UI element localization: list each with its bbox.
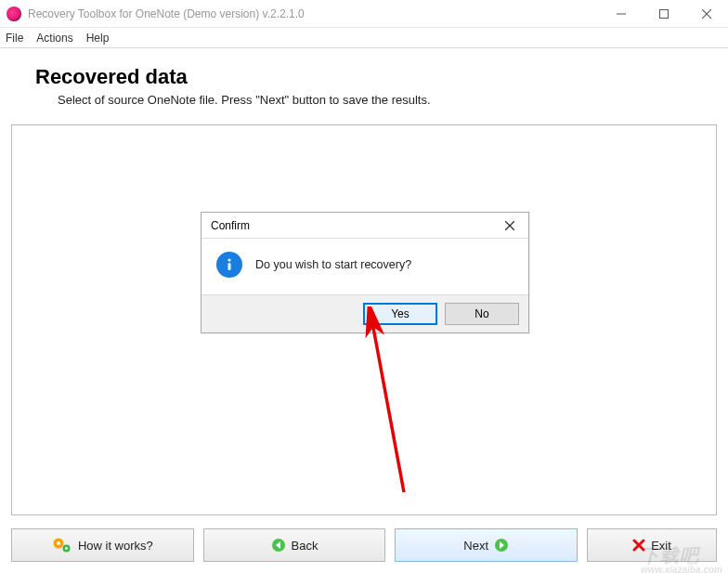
how-it-works-button[interactable]: How it works?: [11, 528, 194, 562]
confirm-dialog: Confirm Do you wish to start recovery? Y…: [201, 212, 529, 333]
next-label: Next: [463, 539, 488, 553]
gears-icon: [52, 537, 72, 553]
footer-buttons: How it works? Back Next Exit: [11, 528, 717, 562]
watermark: 下载吧 www.xiazaiba.com: [641, 543, 722, 573]
svg-point-7: [65, 547, 68, 550]
no-label: No: [474, 307, 488, 320]
menubar: File Actions Help: [0, 28, 728, 48]
how-it-works-label: How it works?: [78, 539, 153, 553]
next-arrow-icon: [494, 538, 509, 553]
window-title: Recovery Toolbox for OneNote (Demo versi…: [28, 7, 600, 20]
yes-label: Yes: [391, 307, 410, 320]
no-button[interactable]: No: [445, 303, 519, 325]
close-window-button[interactable]: [685, 0, 728, 28]
next-button[interactable]: Next: [395, 528, 578, 562]
close-icon: [505, 221, 514, 230]
svg-rect-15: [228, 263, 231, 270]
menu-file[interactable]: File: [6, 32, 23, 45]
minimize-icon: [617, 9, 626, 19]
svg-point-14: [228, 258, 230, 261]
close-icon: [702, 9, 711, 19]
maximize-button[interactable]: [643, 0, 685, 28]
svg-rect-1: [660, 9, 669, 18]
svg-point-5: [57, 541, 60, 545]
back-label: Back: [292, 539, 318, 553]
dialog-message: Do you wish to start recovery?: [255, 258, 411, 271]
yes-button[interactable]: Yes: [363, 303, 437, 325]
menu-actions[interactable]: Actions: [36, 32, 72, 45]
dialog-titlebar: Confirm: [202, 213, 528, 239]
page-header: Recovered data Select of source OneNote …: [0, 48, 728, 116]
page-title: Recovered data: [35, 65, 700, 89]
menu-help[interactable]: Help: [86, 32, 110, 45]
app-icon: [6, 7, 21, 21]
back-arrow-icon: [271, 538, 286, 553]
info-icon: [216, 252, 242, 278]
watermark-text: 下载吧: [641, 545, 699, 566]
back-button[interactable]: Back: [203, 528, 386, 562]
dialog-body: Do you wish to start recovery?: [202, 239, 528, 294]
minimize-button[interactable]: [600, 0, 643, 28]
dialog-close-button[interactable]: [497, 215, 523, 236]
titlebar: Recovery Toolbox for OneNote (Demo versi…: [0, 0, 728, 28]
dialog-footer: Yes No: [202, 294, 528, 332]
maximize-icon: [659, 9, 669, 19]
page-subtitle: Select of source OneNote file. Press "Ne…: [58, 93, 700, 107]
watermark-url: www.xiazaiba.com: [641, 565, 722, 573]
dialog-title: Confirm: [211, 219, 497, 232]
